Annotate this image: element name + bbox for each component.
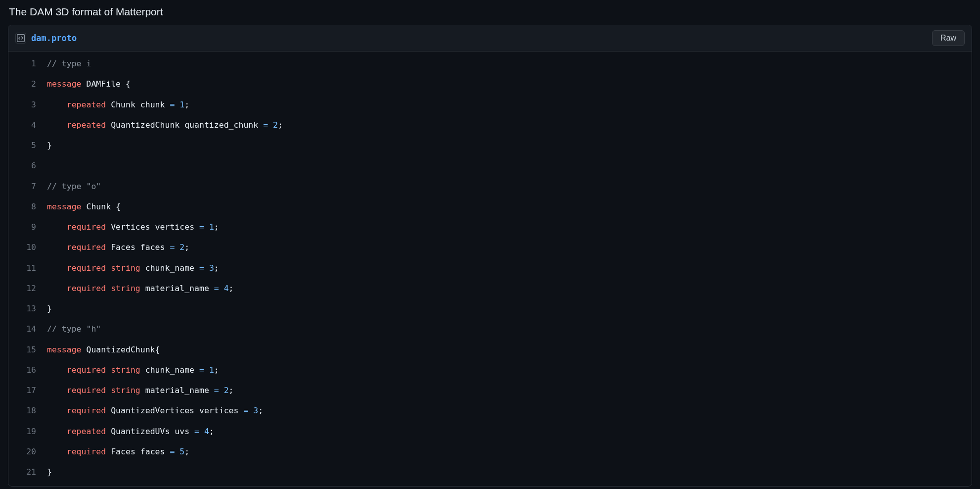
line-number[interactable]: 11	[8, 258, 47, 278]
line-content: }	[47, 462, 972, 482]
line-number[interactable]: 6	[8, 155, 47, 176]
line-number[interactable]: 14	[8, 319, 47, 339]
code-line: 11 required string chunk_name = 3;	[8, 258, 972, 278]
line-number[interactable]: 21	[8, 462, 47, 482]
line-number[interactable]: 7	[8, 176, 47, 196]
line-content: required string material_name = 4;	[47, 278, 972, 298]
line-number[interactable]: 9	[8, 217, 47, 237]
code-line: 10 required Faces faces = 2;	[8, 237, 972, 257]
line-content: required Faces faces = 5;	[47, 441, 972, 462]
code-line: 1// type i	[8, 53, 972, 74]
line-content: required Faces faces = 2;	[47, 237, 972, 257]
code-line: 16 required string chunk_name = 1;	[8, 360, 972, 380]
raw-button[interactable]: Raw	[932, 30, 965, 46]
line-number[interactable]: 2	[8, 74, 47, 94]
line-content: message DAMFile {	[47, 74, 972, 94]
code-line: 3 repeated Chunk chunk = 1;	[8, 95, 972, 115]
line-content: repeated QuantizedChunk quantized_chunk …	[47, 115, 972, 135]
code-line: 12 required string material_name = 4;	[8, 278, 972, 298]
line-content: required Vertices vertices = 1;	[47, 217, 972, 237]
code-line: 15message QuantizedChunk{	[8, 340, 972, 360]
line-number[interactable]: 3	[8, 95, 47, 115]
line-content: message QuantizedChunk{	[47, 340, 972, 360]
file-box: dam.proto Raw 1// type i2message DAMFile…	[8, 25, 972, 487]
file-header: dam.proto Raw	[8, 25, 972, 51]
code-line: 19 repeated QuantizedUVs uvs = 4;	[8, 421, 972, 441]
line-content: required string chunk_name = 1;	[47, 360, 972, 380]
line-content: required QuantizedVertices vertices = 3;	[47, 400, 972, 421]
code-line: 17 required string material_name = 2;	[8, 380, 972, 400]
line-content: // type "h"	[47, 319, 972, 339]
code-line: 8message Chunk {	[8, 196, 972, 217]
line-content: }	[47, 298, 972, 319]
line-number[interactable]: 8	[8, 196, 47, 217]
line-number[interactable]: 17	[8, 380, 47, 400]
code-line: 21}	[8, 462, 972, 482]
line-content: required string material_name = 2;	[47, 380, 972, 400]
code-line: 6	[8, 155, 972, 176]
code-line: 18 required QuantizedVertices vertices =…	[8, 400, 972, 421]
file-name-link[interactable]: dam.proto	[31, 33, 77, 43]
line-content: // type "o"	[47, 176, 972, 196]
code-square-icon	[15, 33, 26, 44]
line-number[interactable]: 13	[8, 298, 47, 319]
line-number[interactable]: 12	[8, 278, 47, 298]
line-number[interactable]: 1	[8, 53, 47, 74]
code-line: 20 required Faces faces = 5;	[8, 441, 972, 462]
line-content: repeated QuantizedUVs uvs = 4;	[47, 421, 972, 441]
code-line: 7// type "o"	[8, 176, 972, 196]
line-number[interactable]: 19	[8, 421, 47, 441]
code-viewer: 1// type i2message DAMFile {3 repeated C…	[8, 51, 972, 486]
code-line: 14// type "h"	[8, 319, 972, 339]
line-number[interactable]: 18	[8, 400, 47, 421]
code-line: 13}	[8, 298, 972, 319]
line-content: // type i	[47, 53, 972, 74]
line-number[interactable]: 15	[8, 340, 47, 360]
code-line: 2message DAMFile {	[8, 74, 972, 94]
line-number[interactable]: 10	[8, 237, 47, 257]
code-line: 4 repeated QuantizedChunk quantized_chun…	[8, 115, 972, 135]
line-content: repeated Chunk chunk = 1;	[47, 95, 972, 115]
gist-description: The DAM 3D format of Matterport	[8, 6, 972, 18]
code-line: 5}	[8, 135, 972, 155]
line-number[interactable]: 20	[8, 441, 47, 462]
line-number[interactable]: 4	[8, 115, 47, 135]
line-content: message Chunk {	[47, 196, 972, 217]
line-content: }	[47, 135, 972, 155]
code-line: 9 required Vertices vertices = 1;	[8, 217, 972, 237]
line-number[interactable]: 16	[8, 360, 47, 380]
line-content: required string chunk_name = 3;	[47, 258, 972, 278]
line-number[interactable]: 5	[8, 135, 47, 155]
